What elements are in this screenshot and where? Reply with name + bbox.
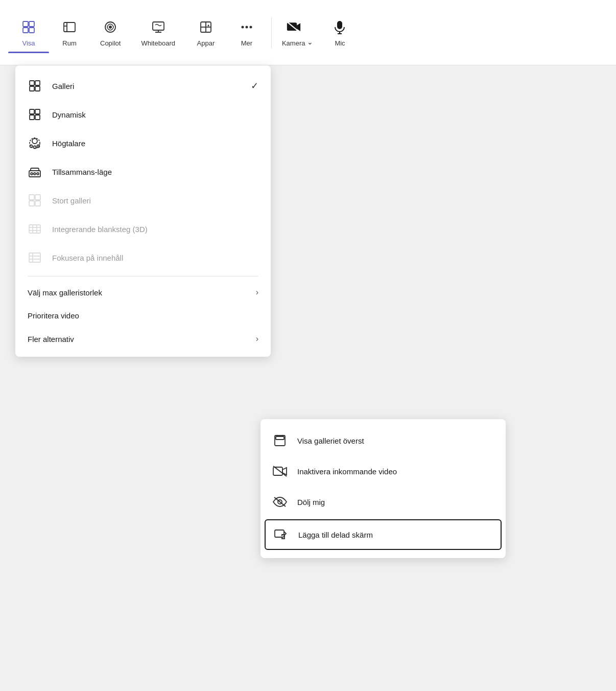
dolj-icon [273,495,287,509]
toolbar-item-copilot[interactable]: Copilot [90,12,131,53]
whiteboard-icon [149,18,168,36]
menu-item-prioritera[interactable]: Prioritera video [15,304,271,327]
camera-icon [285,18,303,36]
svg-rect-14 [287,22,297,31]
appar-icon [197,18,215,36]
svg-rect-51 [273,467,282,475]
copilot-icon [101,18,120,36]
svg-point-6 [109,26,112,29]
fler-label: Fler alternativ [28,335,246,343]
menu-item-stort-galleri[interactable]: Stort galleri [15,186,271,215]
chevron-down-icon: ⌄ [307,38,313,46]
mer-label: Mer [241,39,252,47]
svg-rect-22 [35,86,40,91]
galleri-icon [28,79,42,93]
toolbar-item-camera[interactable]: Kamera ⌄ [276,12,320,53]
toolbar-item-appar[interactable]: Appar [185,12,226,53]
visa-galleri-icon [273,433,287,448]
submenu-item-visa-galleri[interactable]: Visa galleriet överst [260,425,506,456]
camera-inner: Kamera [282,18,305,47]
galleri-label: Galleri [52,82,241,90]
stort-galleri-icon [28,193,42,208]
max-galleri-label: Välj max galleristorlek [28,288,246,297]
toolbar-item-rum[interactable]: Rum [49,12,90,53]
fokusera-icon [28,250,42,265]
toolbar-items: Visa Rum Copilot [8,12,608,53]
prioritera-label: Prioritera video [28,311,258,320]
max-galleri-arrow: › [256,288,258,297]
main-dropdown-menu: Galleri ✓ Dynamisk Högtalare [15,65,271,357]
mic-label: Mic [335,39,345,47]
submenu-item-dolj[interactable]: Dölj mig [260,487,506,517]
toolbar: Visa Rum Copilot [0,0,616,65]
svg-point-28 [30,138,40,148]
menu-item-fokusera[interactable]: Fokusera på innehåll [15,243,271,272]
svg-rect-2 [23,28,28,33]
menu-item-max-galleri[interactable]: Välj max galleristorlek › [15,281,271,304]
svg-rect-24 [35,109,40,114]
tillsammans-icon [28,165,42,179]
svg-rect-21 [30,86,34,91]
svg-rect-36 [29,195,34,200]
svg-rect-25 [30,115,34,120]
svg-rect-26 [35,115,40,120]
dynamisk-label: Dynamisk [52,110,258,119]
rum-icon [60,18,79,36]
visa-galleri-label: Visa galleriet överst [297,436,364,445]
toolbar-item-mic[interactable]: Mic [319,12,360,53]
copilot-label: Copilot [100,39,121,47]
menu-separator-1 [28,276,258,277]
mer-icon [238,18,256,36]
svg-point-27 [32,139,37,144]
dolj-label: Dölj mig [297,498,325,506]
dynamisk-icon [28,107,42,122]
stort-galleri-label: Stort galleri [52,196,258,205]
svg-point-12 [245,26,248,29]
submenu-item-lagg-till[interactable]: Lägga till delad skärm [265,519,502,550]
svg-point-29 [30,145,33,148]
svg-line-52 [273,466,287,476]
submenu: Visa galleriet överst Inaktivera inkomma… [260,419,506,558]
menu-item-hogtalare[interactable]: Högtalare [15,129,271,157]
svg-rect-4 [64,22,75,32]
visa-label: Visa [22,39,35,47]
toolbar-item-visa[interactable]: Visa [8,12,49,53]
toolbar-item-mer[interactable]: Mer [226,12,267,53]
svg-rect-0 [23,21,28,27]
svg-point-13 [249,26,252,29]
appar-label: Appar [197,39,215,47]
visa-icon [19,18,38,36]
menu-item-fler[interactable]: Fler alternativ › [15,327,271,351]
svg-rect-55 [275,530,284,537]
svg-rect-49 [275,435,285,446]
svg-rect-3 [29,28,34,33]
toolbar-divider [271,17,272,48]
svg-rect-39 [35,201,40,206]
whiteboard-label: Whiteboard [141,39,175,47]
mic-icon [330,18,349,36]
svg-point-30 [34,146,36,149]
inaktivera-icon [273,464,287,478]
hogtalare-label: Högtalare [52,139,258,148]
camera-label: Kamera [282,39,305,47]
menu-item-galleri[interactable]: Galleri ✓ [15,72,271,100]
toolbar-item-whiteboard[interactable]: Whiteboard [131,12,185,53]
submenu-item-inaktivera[interactable]: Inaktivera inkommande video [260,456,506,487]
svg-rect-37 [35,195,40,200]
fokusera-label: Fokusera på innehåll [52,254,258,262]
menu-item-dynamisk[interactable]: Dynamisk [15,100,271,129]
fler-arrow: › [256,334,258,343]
svg-rect-20 [35,81,40,85]
svg-rect-50 [276,436,284,440]
integrerande-label: Integrerande blanksteg (3D) [52,225,258,234]
svg-rect-19 [30,81,34,85]
svg-point-11 [241,26,244,29]
menu-item-tillsammans[interactable]: Tillsammans-läge [15,157,271,186]
inaktivera-label: Inaktivera inkommande video [297,467,397,476]
svg-rect-1 [29,21,34,27]
menu-item-integrerande[interactable]: Integrerande blanksteg (3D) [15,215,271,243]
integrerande-icon [28,222,42,236]
tillsammans-label: Tillsammans-läge [52,168,258,176]
svg-rect-45 [29,253,40,262]
svg-rect-23 [30,109,34,114]
